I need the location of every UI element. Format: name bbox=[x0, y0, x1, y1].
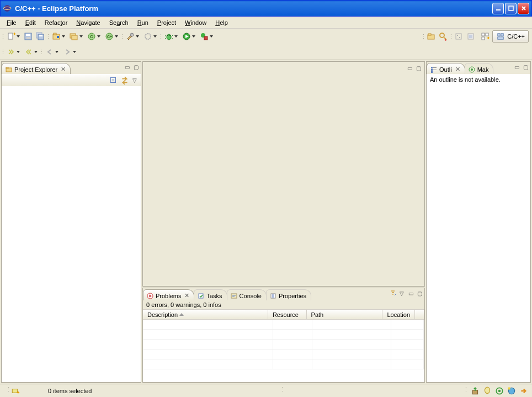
table-row[interactable] bbox=[143, 340, 424, 350]
titlebar: C/C++ - Eclipse Platform bbox=[0, 0, 532, 17]
whats-new-button[interactable] bbox=[507, 386, 517, 396]
make-targets-tab[interactable]: Mak bbox=[465, 63, 494, 74]
menu-edit[interactable]: Edit bbox=[21, 18, 40, 28]
main-workspace: Project Explorer ✕ ▭ ▢ ▽ ▭ ▢ bbox=[0, 60, 532, 384]
svg-point-68 bbox=[508, 387, 510, 390]
new-cpp-class-button[interactable]: C+ bbox=[103, 30, 120, 43]
maximize-view-button[interactable]: ▢ bbox=[416, 289, 423, 297]
toggle-mark-occurrences-button[interactable] bbox=[453, 30, 465, 43]
toggle-block-selection-button[interactable] bbox=[465, 30, 477, 43]
close-icon[interactable]: ✕ bbox=[184, 292, 189, 299]
minimize-button[interactable] bbox=[492, 3, 504, 14]
svg-rect-52 bbox=[231, 294, 237, 298]
view-menu-button[interactable]: ▽ bbox=[398, 289, 406, 297]
svg-rect-48 bbox=[6, 67, 8, 68]
close-icon[interactable]: ✕ bbox=[455, 66, 460, 73]
project-explorer-view: Project Explorer ✕ ▭ ▢ ▽ bbox=[1, 61, 141, 383]
tab-problems[interactable]: Problems✕ bbox=[143, 289, 194, 300]
external-tools-button[interactable] bbox=[198, 30, 215, 43]
svg-rect-3 bbox=[509, 6, 513, 10]
maximize-button[interactable] bbox=[505, 3, 517, 14]
svg-rect-58 bbox=[431, 71, 433, 73]
menu-refactor[interactable]: Refactor bbox=[40, 18, 72, 28]
samples-button[interactable] bbox=[494, 386, 504, 396]
statusbar-grip[interactable]: ⋮ bbox=[6, 386, 8, 396]
column-header-location[interactable]: Location bbox=[382, 310, 415, 319]
statusbar-grip[interactable]: ⋮ bbox=[463, 386, 466, 396]
problems-table-body[interactable] bbox=[143, 320, 424, 369]
svg-rect-56 bbox=[431, 69, 433, 71]
svg-point-0 bbox=[4, 5, 10, 12]
open-perspective-button[interactable]: ✦ bbox=[479, 30, 491, 43]
table-row[interactable] bbox=[143, 320, 424, 330]
menu-project[interactable]: Project bbox=[153, 18, 180, 28]
maximize-view-button[interactable]: ▢ bbox=[132, 63, 140, 71]
debug-button[interactable] bbox=[162, 30, 180, 43]
menu-run[interactable]: Run bbox=[133, 18, 153, 28]
svg-text:✦: ✦ bbox=[486, 35, 490, 41]
back-button[interactable] bbox=[43, 46, 61, 58]
run-button[interactable] bbox=[180, 30, 198, 43]
maximize-editor-button[interactable]: ▢ bbox=[414, 64, 422, 72]
outline-tab[interactable]: Outli ✕ bbox=[427, 63, 465, 74]
table-row[interactable] bbox=[143, 350, 424, 359]
close-button[interactable] bbox=[518, 3, 529, 14]
perspective-cpp-button[interactable]: C/C++ bbox=[492, 30, 529, 43]
tab-console[interactable]: Console bbox=[227, 289, 267, 300]
close-icon[interactable]: ✕ bbox=[61, 66, 66, 73]
go-to-workbench-button[interactable] bbox=[519, 386, 529, 396]
project-explorer-body[interactable] bbox=[2, 86, 141, 382]
forward-button[interactable] bbox=[61, 46, 78, 58]
minimize-view-button[interactable]: ▭ bbox=[513, 63, 520, 71]
svg-point-60 bbox=[471, 68, 473, 71]
column-header-path[interactable]: Path bbox=[307, 310, 383, 319]
svg-rect-15 bbox=[57, 36, 59, 38]
menu-navigate[interactable]: Navigate bbox=[72, 18, 104, 28]
svg-rect-32 bbox=[428, 34, 431, 35]
editor-area[interactable]: ▭ ▢ bbox=[142, 61, 425, 287]
menu-file[interactable]: File bbox=[2, 18, 21, 28]
minimize-editor-button[interactable]: ▭ bbox=[406, 64, 413, 72]
minimize-view-button[interactable]: ▭ bbox=[123, 63, 131, 71]
view-menu-button[interactable]: ▽ bbox=[131, 77, 139, 84]
new-c-class-button[interactable]: C bbox=[85, 30, 103, 43]
table-row[interactable] bbox=[143, 330, 424, 340]
filter-button[interactable] bbox=[389, 289, 397, 297]
folder-icon bbox=[6, 66, 12, 73]
next-annotation-button[interactable] bbox=[4, 46, 22, 58]
menu-search[interactable]: Search bbox=[105, 18, 133, 28]
menu-window[interactable]: Window bbox=[180, 18, 211, 28]
tip-of-day-button[interactable]: < rect x="5" y="10" width="4" height="3"… bbox=[482, 386, 492, 396]
build-project-button[interactable] bbox=[50, 30, 67, 43]
svg-rect-2 bbox=[496, 9, 501, 10]
statusbar: ⋮ ✦ 0 items selected ⋮ ⋮ < rect x="5" y=… bbox=[0, 384, 532, 397]
fast-view-button[interactable]: ✦ bbox=[10, 386, 20, 396]
save-button[interactable] bbox=[22, 30, 34, 43]
updates-available-button[interactable] bbox=[470, 386, 480, 396]
project-explorer-tab[interactable]: Project Explorer ✕ bbox=[2, 63, 71, 74]
tab-tasks[interactable]: Tasks bbox=[194, 289, 227, 300]
menu-help[interactable]: Help bbox=[211, 18, 232, 28]
svg-rect-55 bbox=[433, 67, 437, 68]
build-config-button[interactable] bbox=[124, 30, 141, 43]
column-header-description[interactable]: Description bbox=[143, 310, 268, 319]
menubar: FileEditRefactorNavigateSearchRunProject… bbox=[0, 17, 532, 29]
statusbar-grip[interactable]: ⋮ bbox=[279, 386, 282, 396]
table-row[interactable] bbox=[143, 359, 424, 369]
new-button[interactable]: ✦ bbox=[4, 30, 22, 43]
column-header-filler bbox=[415, 310, 424, 319]
tab-properties[interactable]: Properties bbox=[266, 289, 311, 300]
open-element-button[interactable] bbox=[141, 30, 159, 43]
svg-rect-14 bbox=[54, 33, 56, 35]
tasks-icon bbox=[198, 293, 204, 299]
link-with-editor-button[interactable] bbox=[120, 76, 130, 86]
collapse-all-button[interactable] bbox=[109, 76, 119, 86]
prev-annotation-button[interactable] bbox=[22, 46, 40, 58]
build-all-button[interactable] bbox=[67, 30, 85, 43]
outline-view: Outli ✕ Mak ▭ ▢ An outline is not availa… bbox=[426, 61, 531, 383]
minimize-view-button[interactable]: ▭ bbox=[407, 289, 414, 297]
maximize-view-button[interactable]: ▢ bbox=[522, 63, 529, 71]
problems-panel: Problems✕TasksConsoleProperties ▽ ▭ ▢ 0 … bbox=[142, 288, 425, 383]
open-task-button[interactable] bbox=[425, 30, 437, 43]
column-header-resource[interactable]: Resource bbox=[268, 310, 307, 319]
